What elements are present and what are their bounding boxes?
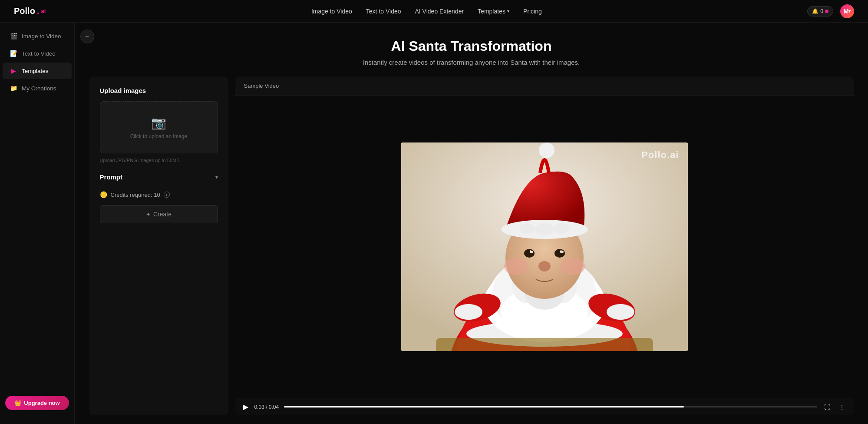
svg-point-19 bbox=[554, 249, 565, 258]
progress-fill bbox=[284, 406, 683, 407]
time-display: 0:03 / 0:04 bbox=[254, 404, 279, 410]
svg-point-26 bbox=[539, 142, 554, 158]
upgrade-section: 👑 Upgrade now bbox=[5, 396, 69, 410]
upload-section-title: Upload images bbox=[100, 87, 218, 94]
svg-point-17 bbox=[561, 258, 585, 275]
svg-point-29 bbox=[554, 223, 570, 234]
logo-dot: . bbox=[37, 6, 40, 16]
svg-point-24 bbox=[538, 261, 551, 272]
more-options-button[interactable]: ⋮ bbox=[837, 403, 847, 411]
prompt-header[interactable]: Prompt ▾ bbox=[100, 172, 218, 182]
templates-icon: ▶ bbox=[10, 67, 17, 75]
video-progress-bar[interactable] bbox=[284, 406, 817, 407]
fullscreen-button[interactable]: ⛶ bbox=[822, 403, 832, 411]
create-button[interactable]: ✦ Create bbox=[100, 205, 218, 223]
create-label: Create bbox=[153, 211, 172, 218]
two-column-layout: Upload images 📷 Click to upload an image… bbox=[81, 76, 862, 424]
right-panel: Sample Video bbox=[235, 76, 854, 415]
sidebar-label-templates: Templates bbox=[22, 68, 49, 74]
upload-image-icon: 📷 bbox=[151, 116, 166, 130]
nav-ai-video-extender[interactable]: AI Video Extender bbox=[415, 8, 464, 15]
upgrade-now-button[interactable]: 👑 Upgrade now bbox=[5, 396, 69, 410]
svg-point-22 bbox=[530, 250, 531, 252]
sidebar: 🎬 Image to Video 📝 Text to Video ▶ Templ… bbox=[0, 23, 75, 424]
svg-point-27 bbox=[519, 223, 535, 234]
templates-chevron-icon: ▾ bbox=[507, 9, 509, 13]
svg-rect-34 bbox=[436, 338, 653, 351]
notif-count: 0 bbox=[820, 8, 823, 14]
video-controls: ▶ 0:03 / 0:04 ⛶ ⋮ bbox=[235, 398, 854, 415]
sidebar-label-image-to-video: Image to Video bbox=[22, 33, 61, 40]
nav-templates[interactable]: Templates ▾ bbox=[478, 8, 509, 15]
credits-info-icon[interactable]: i bbox=[164, 192, 170, 198]
nav-image-to-video[interactable]: Image to Video bbox=[311, 8, 352, 15]
play-button[interactable]: ▶ bbox=[242, 402, 249, 412]
credits-icon: 🪙 bbox=[100, 191, 107, 198]
image-to-video-icon: 🎬 bbox=[10, 32, 17, 40]
sidebar-item-image-to-video[interactable]: 🎬 Image to Video bbox=[3, 28, 72, 44]
top-navigation: Pollo.ai Image to Video Text to Video AI… bbox=[0, 0, 868, 23]
svg-point-33 bbox=[607, 304, 634, 320]
sidebar-label-text-to-video: Text to Video bbox=[22, 50, 56, 57]
santa-illustration bbox=[401, 142, 688, 351]
back-arrow-icon: ← bbox=[84, 33, 90, 40]
notification-badge[interactable]: 🔔 0 bbox=[807, 6, 833, 17]
nav-pricing[interactable]: Pricing bbox=[523, 8, 542, 15]
avatar-chevron-icon: ▾ bbox=[848, 9, 851, 13]
svg-point-23 bbox=[560, 250, 562, 252]
svg-point-28 bbox=[535, 223, 554, 235]
notif-icon: 🔔 bbox=[812, 8, 818, 14]
prompt-section: Prompt ▾ bbox=[100, 172, 218, 182]
back-button-area: ← bbox=[80, 30, 94, 43]
credits-label: Credits required: 10 bbox=[111, 192, 160, 198]
left-panel: Upload images 📷 Click to upload an image… bbox=[89, 76, 228, 415]
main-layout: 🎬 Image to Video 📝 Text to Video ▶ Templ… bbox=[0, 23, 868, 424]
user-avatar[interactable]: M ▾ bbox=[840, 4, 854, 18]
back-button[interactable]: ← bbox=[80, 30, 94, 43]
upload-hint-text: Upload JPG/PNG images up to 50MB. bbox=[100, 158, 218, 163]
upload-zone-text: Click to upload an image bbox=[130, 133, 187, 139]
upgrade-crown-icon: 👑 bbox=[14, 400, 21, 406]
sidebar-item-text-to-video[interactable]: 📝 Text to Video bbox=[3, 45, 72, 62]
notif-dot bbox=[825, 10, 828, 13]
svg-point-16 bbox=[504, 258, 528, 275]
svg-point-32 bbox=[455, 304, 482, 320]
nav-text-to-video[interactable]: Text to Video bbox=[366, 8, 401, 15]
sidebar-item-my-creations[interactable]: 📁 My Creations bbox=[3, 80, 72, 96]
page-subtitle: Instantly create videos of transforming … bbox=[83, 59, 859, 66]
santa-video-frame: Pollo.ai bbox=[401, 142, 688, 351]
credits-row: 🪙 Credits required: 10 i bbox=[100, 191, 218, 198]
upload-zone[interactable]: 📷 Click to upload an image bbox=[100, 101, 218, 153]
page-title: AI Santa Transformation bbox=[83, 38, 859, 54]
nav-right: 🔔 0 M ▾ bbox=[807, 4, 854, 18]
content-area: ← AI Santa Transformation Instantly crea… bbox=[75, 23, 868, 424]
logo-ai: ai bbox=[41, 8, 46, 14]
prompt-label: Prompt bbox=[100, 173, 123, 181]
nav-links: Image to Video Text to Video AI Video Ex… bbox=[311, 8, 542, 15]
video-label: Sample Video bbox=[235, 76, 854, 96]
page-header: AI Santa Transformation Instantly create… bbox=[75, 23, 868, 76]
avatar-letter: M bbox=[844, 8, 849, 15]
my-creations-icon: 📁 bbox=[10, 84, 17, 92]
sidebar-item-templates[interactable]: ▶ Templates bbox=[3, 63, 72, 79]
logo-text: Pollo bbox=[14, 6, 35, 16]
upgrade-label: Upgrade now bbox=[24, 400, 59, 406]
video-watermark: Pollo.ai bbox=[641, 149, 679, 161]
sparkle-icon: ✦ bbox=[146, 211, 151, 218]
video-container: Pollo.ai bbox=[235, 96, 854, 398]
prompt-chevron-icon: ▾ bbox=[215, 174, 218, 180]
svg-point-18 bbox=[524, 249, 535, 258]
sidebar-label-my-creations: My Creations bbox=[22, 85, 56, 92]
text-to-video-icon: 📝 bbox=[10, 50, 17, 57]
logo[interactable]: Pollo.ai bbox=[14, 6, 46, 16]
